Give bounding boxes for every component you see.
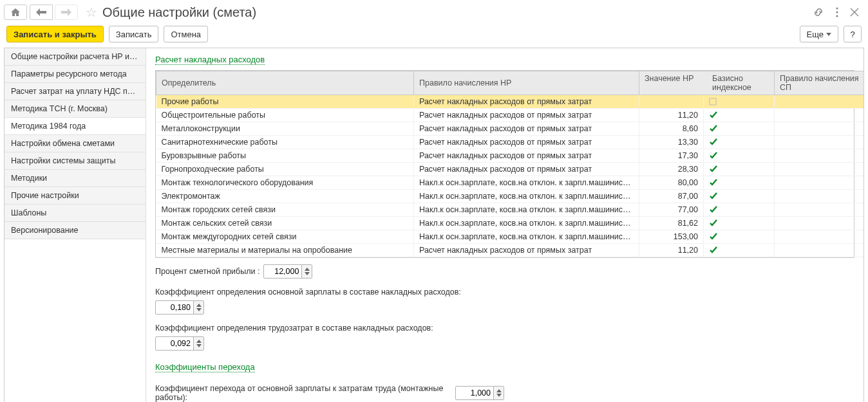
cell-check[interactable] (704, 95, 775, 109)
cell-value: 153,00 (639, 230, 704, 244)
coef1-label: Коэффициент перехода от основной зарплат… (155, 384, 451, 402)
kebab-icon (836, 7, 838, 17)
cell-rule: Расчет накладных расходов от прямых затр… (414, 109, 639, 122)
table-row[interactable]: Буровзрывные работыРасчет накладных расх… (156, 149, 864, 163)
page-title: Общие настройки (смета) (102, 5, 810, 20)
cell-value (639, 95, 704, 109)
k-osn-zp-input[interactable] (156, 303, 193, 312)
profit-pct-input[interactable] (264, 267, 301, 276)
k-trud-input[interactable] (156, 339, 193, 348)
cell-name: Монтаж технологического оборудования (156, 176, 414, 190)
cell-check[interactable] (704, 136, 775, 149)
cell-name: Электромонтаж (156, 190, 414, 203)
cell-rule: Накл.к осн.зарплате, косв.на отклон. к з… (414, 217, 639, 230)
coef1-stepper[interactable] (493, 387, 504, 399)
stepper-icon (196, 304, 202, 311)
cell-check[interactable] (704, 230, 775, 244)
cell-rule: Расчет накладных расходов от прямых затр… (414, 244, 639, 257)
section-overheads-link[interactable]: Расчет накладных расходов (155, 55, 265, 65)
cell-value: 17,30 (639, 149, 704, 163)
cell-name: Горнопроходческие работы (156, 163, 414, 176)
svg-point-2 (836, 15, 838, 17)
cell-rule: Накл.к осн.зарплате, косв.на отклон. к з… (414, 190, 639, 203)
kebab-menu-button[interactable] (833, 5, 841, 20)
cell-value: 87,00 (639, 190, 704, 203)
k-osn-zp-stepper[interactable] (193, 301, 203, 314)
sidebar-item-0[interactable]: Общие настройки расчета НР и СП (5, 48, 146, 66)
cell-value: 8,60 (639, 122, 704, 136)
sidebar-nav: Общие настройки расчета НР и СППараметры… (5, 48, 146, 402)
nav-back-button[interactable] (30, 5, 53, 20)
section-coef-link[interactable]: Коэффициенты перехода (155, 362, 255, 372)
cell-sp (775, 109, 863, 122)
cell-name: Буровзрывные работы (156, 149, 414, 163)
col-value-nr[interactable]: Значение НР Базисно индексное (639, 71, 775, 95)
profit-pct-stepper[interactable] (301, 265, 312, 278)
cell-name: Металлоконструкции (156, 122, 414, 136)
home-button[interactable] (4, 5, 27, 20)
cell-sp (775, 122, 863, 136)
cell-rule: Расчет накладных расходов от прямых затр… (414, 136, 639, 149)
cell-sp (775, 230, 863, 244)
cell-rule: Накл.к осн.зарплате, косв.на отклон. к з… (414, 176, 639, 190)
sidebar-item-1[interactable]: Параметры ресурсного метода (5, 66, 146, 83)
sidebar-item-2[interactable]: Расчет затрат на уплату НДС при УСН (5, 83, 146, 100)
cell-name: Монтаж междугородних сетей связи (156, 230, 414, 244)
sidebar-item-7[interactable]: Методики (5, 170, 146, 187)
cell-sp (775, 163, 863, 176)
cell-value: 80,00 (639, 176, 704, 190)
cell-check[interactable] (704, 122, 775, 136)
sidebar-item-5[interactable]: Настройки обмена сметами (5, 135, 146, 152)
cancel-button[interactable]: Отмена (164, 26, 208, 42)
svg-rect-3 (710, 98, 716, 105)
sidebar-item-4[interactable]: Методика 1984 года (5, 118, 146, 135)
cell-check[interactable] (704, 163, 775, 176)
cell-sp (775, 244, 863, 257)
sidebar-item-6[interactable]: Настройки системы защиты (5, 152, 146, 170)
cell-check[interactable] (704, 244, 775, 257)
sidebar-item-10[interactable]: Версионирование (5, 222, 146, 239)
table-row[interactable]: Монтаж междугородних сетей связиНакл.к о… (156, 230, 864, 244)
cell-name: Монтаж сельских сетей связи (156, 217, 414, 230)
cell-rule: Расчет накладных расходов от прямых затр… (414, 163, 639, 176)
cell-check[interactable] (704, 176, 775, 190)
cell-value: 13,30 (639, 136, 704, 149)
cell-rule: Накл.к осн.зарплате, косв.на отклон. к з… (414, 203, 639, 217)
help-button[interactable]: ? (844, 26, 862, 42)
close-button[interactable] (847, 5, 862, 19)
sidebar-item-9[interactable]: Шаблоны (5, 205, 146, 222)
cell-check[interactable] (704, 149, 775, 163)
save-button[interactable]: Записать (109, 26, 159, 42)
cell-name: Местные материалы и материалы на опробов… (156, 244, 414, 257)
cell-rule: Накл.к осн.зарплате, косв.на отклон. к з… (414, 230, 639, 244)
table-row[interactable]: Горнопроходческие работыРасчет накладных… (156, 163, 864, 176)
cell-check[interactable] (704, 203, 775, 217)
table-row[interactable]: Монтаж сельских сетей связиНакл.к осн.за… (156, 217, 864, 230)
table-row[interactable]: Монтаж городских сетей связиНакл.к осн.з… (156, 203, 864, 217)
cell-check[interactable] (704, 217, 775, 230)
sidebar-item-8[interactable]: Прочие настройки (5, 187, 146, 205)
col-rule-sp[interactable]: Правило начисления СП (775, 71, 863, 95)
table-row[interactable]: Прочие работыРасчет накладных расходов о… (156, 95, 864, 109)
cell-sp (775, 149, 863, 163)
table-row[interactable]: Общестроительные работыРасчет накладных … (156, 109, 864, 122)
cell-value: 28,30 (639, 163, 704, 176)
sidebar-item-3[interactable]: Методика ТСН (г. Москва) (5, 100, 146, 118)
favorite-star-icon[interactable]: ☆ (86, 5, 97, 20)
save-and-close-button[interactable]: Записать и закрыть (6, 26, 104, 42)
cell-sp (775, 190, 863, 203)
table-row[interactable]: Санитарнотехнические работыРасчет наклад… (156, 136, 864, 149)
link-button[interactable] (810, 4, 827, 21)
table-row[interactable]: Местные материалы и материалы на опробов… (156, 244, 864, 257)
table-row[interactable]: Монтаж технологического оборудованияНакл… (156, 176, 864, 190)
nav-forward-button[interactable] (55, 5, 78, 20)
cell-check[interactable] (704, 190, 775, 203)
table-row[interactable]: МеталлоконструкцииРасчет накладных расхо… (156, 122, 864, 136)
table-row[interactable]: ЭлектромонтажНакл.к осн.зарплате, косв.н… (156, 190, 864, 203)
cell-check[interactable] (704, 109, 775, 122)
coef1-input[interactable] (456, 388, 493, 397)
col-rule-nr[interactable]: Правило начисления НР (414, 71, 639, 95)
col-determinant[interactable]: Определитель (156, 71, 414, 95)
more-button[interactable]: Еще (800, 26, 838, 42)
k-trud-stepper[interactable] (193, 337, 203, 350)
